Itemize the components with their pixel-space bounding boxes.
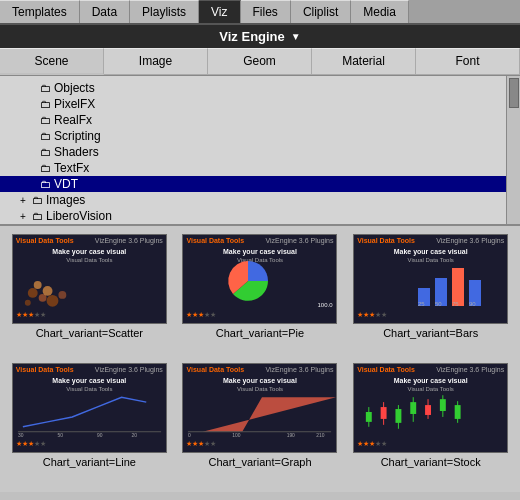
preview-header-left: Visual Data Tools xyxy=(357,366,415,373)
sub-tabs: Scene Image Geom Material Font xyxy=(0,48,520,76)
svg-text:30: 30 xyxy=(18,433,24,437)
tree-scrollbar[interactable] xyxy=(506,76,520,224)
subtab-geom[interactable]: Geom xyxy=(208,48,312,75)
scrollbar-thumb[interactable] xyxy=(509,78,519,108)
preview-header: Visual Data Tools VizEngine 3.6 Plugins xyxy=(183,235,336,246)
thumb-pie[interactable]: Visual Data Tools VizEngine 3.6 Plugins … xyxy=(179,234,342,355)
folder-icon: 🗀 xyxy=(40,114,51,126)
preview-header-right: VizEngine 3.6 Plugins xyxy=(95,237,163,244)
stars-row: ★ ★ ★ ★ ★ xyxy=(183,439,336,449)
svg-rect-31 xyxy=(396,409,402,423)
preview-header-left: Visual Data Tools xyxy=(186,366,244,373)
thumb-bars[interactable]: Visual Data Tools VizEngine 3.6 Plugins … xyxy=(349,234,512,355)
tree-item-liberovision[interactable]: + 🗀 LiberoVision xyxy=(0,208,506,224)
svg-text:90: 90 xyxy=(97,433,103,437)
preview-header-right: VizEngine 3.6 Plugins xyxy=(266,366,334,373)
tab-playlists[interactable]: Playlists xyxy=(130,0,199,23)
preview-header: Visual Data Tools VizEngine 3.6 Plugins xyxy=(13,364,166,375)
tree-panel: 🗀 Objects 🗀 PixelFX 🗀 RealFx 🗀 Scripting… xyxy=(0,76,520,226)
tab-files[interactable]: Files xyxy=(241,0,291,23)
stars-row: ★ ★ ★ ★ ★ xyxy=(183,310,336,320)
thumb-preview-pie: Visual Data Tools VizEngine 3.6 Plugins … xyxy=(182,234,337,324)
tree-item-label: LiberoVision xyxy=(46,209,112,223)
tree-item-label: Objects xyxy=(54,81,95,95)
preview-header: Visual Data Tools VizEngine 3.6 Plugins xyxy=(354,364,507,375)
star-5: ★ xyxy=(210,440,216,448)
folder-icon: 🗀 xyxy=(40,178,51,190)
expand-icon: + xyxy=(20,195,30,206)
preview-header: Visual Data Tools VizEngine 3.6 Plugins xyxy=(13,235,166,246)
star-5: ★ xyxy=(381,440,387,448)
tree-content: 🗀 Objects 🗀 PixelFX 🗀 RealFx 🗀 Scripting… xyxy=(0,76,506,224)
tree-item-label: RealFx xyxy=(54,113,92,127)
thumb-label-bars: Chart_variant=Bars xyxy=(383,327,478,339)
tab-data[interactable]: Data xyxy=(80,0,130,23)
thumbnail-grid: Visual Data Tools VizEngine 3.6 Plugins … xyxy=(0,226,520,492)
tree-item-shaders[interactable]: 🗀 Shaders xyxy=(0,144,506,160)
subtab-scene[interactable]: Scene xyxy=(0,48,104,75)
preview-header-right: VizEngine 3.6 Plugins xyxy=(436,237,504,244)
svg-marker-20 xyxy=(203,397,336,432)
svg-rect-29 xyxy=(381,407,387,419)
thumb-label-pie: Chart_variant=Pie xyxy=(216,327,304,339)
viz-engine-bar[interactable]: Viz Engine ▼ xyxy=(0,25,520,48)
svg-point-4 xyxy=(58,291,66,299)
tree-item-label: VDT xyxy=(54,177,78,191)
thumb-label-line: Chart_variant=Line xyxy=(43,456,136,468)
svg-text:75: 75 xyxy=(452,301,459,307)
folder-icon: 🗀 xyxy=(32,210,43,222)
thumb-preview-scatter: Visual Data Tools VizEngine 3.6 Plugins … xyxy=(12,234,167,324)
tree-item-images[interactable]: + 🗀 Images xyxy=(0,192,506,208)
folder-icon: 🗀 xyxy=(32,194,43,206)
tree-item-pixelfx[interactable]: 🗀 PixelFX xyxy=(0,96,506,112)
viz-engine-label: Viz Engine xyxy=(219,29,285,44)
svg-rect-39 xyxy=(455,405,461,419)
top-navigation: Templates Data Playlists Viz Files Clipl… xyxy=(0,0,520,25)
thumb-line[interactable]: Visual Data Tools VizEngine 3.6 Plugins … xyxy=(8,363,171,484)
svg-text:100: 100 xyxy=(233,433,241,437)
tree-item-label: Images xyxy=(46,193,85,207)
thumb-label-scatter: Chart_variant=Scatter xyxy=(36,327,143,339)
tab-cliplist[interactable]: Cliplist xyxy=(291,0,351,23)
tree-item-label: TextFx xyxy=(54,161,89,175)
thumb-stock[interactable]: Visual Data Tools VizEngine 3.6 Plugins … xyxy=(349,363,512,484)
preview-header-left: Visual Data Tools xyxy=(16,366,74,373)
svg-point-3 xyxy=(42,286,52,296)
preview-header-right: VizEngine 3.6 Plugins xyxy=(436,366,504,373)
svg-point-0 xyxy=(28,288,38,298)
tab-viz[interactable]: Viz xyxy=(199,0,240,23)
stars-row: ★ ★ ★ ★ ★ xyxy=(13,310,166,320)
svg-text:50: 50 xyxy=(435,301,442,307)
svg-point-2 xyxy=(46,295,58,307)
thumb-preview-line: Visual Data Tools VizEngine 3.6 Plugins … xyxy=(12,363,167,453)
folder-icon: 🗀 xyxy=(40,162,51,174)
thumb-preview-bars: Visual Data Tools VizEngine 3.6 Plugins … xyxy=(353,234,508,324)
tree-item-label: Scripting xyxy=(54,129,101,143)
tree-item-realfx[interactable]: 🗀 RealFx xyxy=(0,112,506,128)
tree-item-objects[interactable]: 🗀 Objects xyxy=(0,80,506,96)
thumb-label-stock: Chart_variant=Stock xyxy=(381,456,481,468)
preview-header-right: VizEngine 3.6 Plugins xyxy=(266,237,334,244)
svg-text:25: 25 xyxy=(418,301,425,307)
thumb-graph[interactable]: Visual Data Tools VizEngine 3.6 Plugins … xyxy=(179,363,342,484)
preview-header: Visual Data Tools VizEngine 3.6 Plugins xyxy=(354,235,507,246)
tab-media[interactable]: Media xyxy=(351,0,409,23)
subtab-material[interactable]: Material xyxy=(312,48,416,75)
tab-templates[interactable]: Templates xyxy=(0,0,80,23)
preview-header-right: VizEngine 3.6 Plugins xyxy=(95,366,163,373)
svg-text:90: 90 xyxy=(469,301,476,307)
svg-point-5 xyxy=(25,300,31,306)
thumb-preview-graph: Visual Data Tools VizEngine 3.6 Plugins … xyxy=(182,363,337,453)
tree-item-scripting[interactable]: 🗀 Scripting xyxy=(0,128,506,144)
preview-header-left: Visual Data Tools xyxy=(186,237,244,244)
svg-text:20: 20 xyxy=(131,433,137,437)
subtab-font[interactable]: Font xyxy=(416,48,520,75)
tree-item-textfx[interactable]: 🗀 TextFx xyxy=(0,160,506,176)
thumb-scatter[interactable]: Visual Data Tools VizEngine 3.6 Plugins … xyxy=(8,234,171,355)
stars-row: ★ ★ ★ ★ ★ xyxy=(354,439,507,449)
star-5: ★ xyxy=(210,311,216,319)
svg-point-6 xyxy=(34,281,42,289)
subtab-image[interactable]: Image xyxy=(104,48,208,75)
svg-text:210: 210 xyxy=(317,433,325,437)
tree-item-vdt[interactable]: 🗀 VDT xyxy=(0,176,506,192)
